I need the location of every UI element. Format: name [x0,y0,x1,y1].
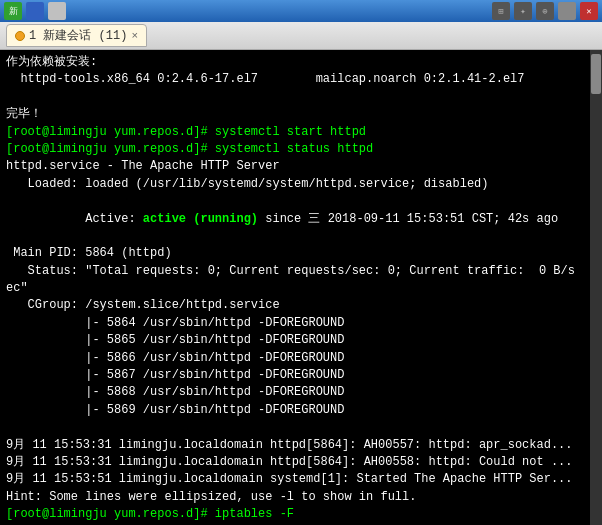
line-20 [6,419,584,436]
main-window: 1 新建会话 (11) × 作为依赖被安装: httpd-tools.x86_6… [0,22,602,525]
line-22: 9月 11 15:53:31 limingju.localdomain http… [6,454,584,471]
taskbar-icon-7[interactable]: ✕ [580,2,598,20]
line-2: httpd-tools.x86_64 0:2.4.6-17.el7 mailca… [6,71,584,88]
scrollbar[interactable] [590,50,602,525]
line-16: |- 5866 /usr/sbin/httpd -DFOREGROUND [6,350,584,367]
line-5: [root@limingju yum.repos.d]# systemctl s… [6,124,584,141]
tab-close[interactable]: × [131,30,138,42]
taskbar-icon-3[interactable]: ⊞ [492,2,510,20]
line-11: Status: "Total requests: 0; Current requ… [6,263,584,280]
line-7: httpd.service - The Apache HTTP Server [6,158,584,175]
line-1: 作为依赖被安装: [6,54,584,71]
terminal-content[interactable]: 作为依赖被安装: httpd-tools.x86_64 0:2.4.6-17.e… [0,50,590,525]
line-21: 9月 11 15:53:31 limingju.localdomain http… [6,437,584,454]
scrollbar-thumb[interactable] [591,54,601,94]
taskbar-start-icon[interactable]: 新 [4,2,22,20]
line-15: |- 5865 /usr/sbin/httpd -DFOREGROUND [6,332,584,349]
line-23: 9月 11 15:53:51 limingju.localdomain syst… [6,471,584,488]
terminal-wrapper: 作为依赖被安装: httpd-tools.x86_64 0:2.4.6-17.e… [0,50,602,525]
line-12: ec" [6,280,584,297]
line-19: |- 5869 /usr/sbin/httpd -DFOREGROUND [6,402,584,419]
taskbar-icon-1[interactable] [26,2,44,20]
taskbar-icon-6[interactable] [558,2,576,20]
taskbar-icon-5[interactable]: ⊕ [536,2,554,20]
tab-label: 1 新建会话 (11) [29,27,127,44]
session-dot [15,31,25,41]
line-18: |- 5868 /usr/sbin/httpd -DFOREGROUND [6,384,584,401]
line-9: Active: active (running) since 三 2018-09… [6,193,584,245]
line-10: Main PID: 5864 (httpd) [6,245,584,262]
line-14: |- 5864 /usr/sbin/httpd -DFOREGROUND [6,315,584,332]
line-13: CGroup: /system.slice/httpd.service [6,297,584,314]
taskbar-icon-4[interactable]: ✦ [514,2,532,20]
window-titlebar: 1 新建会话 (11) × [0,22,602,50]
taskbar-top: 新 ⊞ ✦ ⊕ ✕ [0,0,602,22]
line-25: [root@limingju yum.repos.d]# iptables -F [6,506,584,523]
line-4: 完毕！ [6,106,584,123]
line-17: |- 5867 /usr/sbin/httpd -DFOREGROUND [6,367,584,384]
line-3 [6,89,584,106]
taskbar-icon-2[interactable] [48,2,66,20]
line-24: Hint: Some lines were ellipsized, use -l… [6,489,584,506]
session-tab[interactable]: 1 新建会话 (11) × [6,24,147,47]
line-6: [root@limingju yum.repos.d]# systemctl s… [6,141,584,158]
line-8: Loaded: loaded (/usr/lib/systemd/system/… [6,176,584,193]
